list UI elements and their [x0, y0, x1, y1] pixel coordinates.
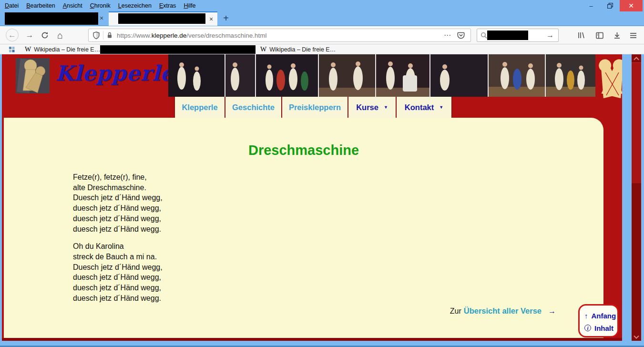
page-actions-icon[interactable]: ⋯: [444, 31, 451, 40]
close-button[interactable]: ✕: [620, 0, 643, 11]
quick-nav-box: ↑ Anfang i Inhalt: [578, 304, 619, 337]
nav-label: Klepperle: [182, 103, 217, 112]
nav-item-kontakt[interactable]: Kontakt▼: [397, 97, 452, 118]
url-path: /verse/dreschmaschine.html: [186, 32, 266, 39]
site-nav: Klepperle Geschichte Preiskleppern Kurse…: [174, 97, 452, 118]
scroll-up-icon[interactable]: [632, 54, 641, 62]
menu-hilfe[interactable]: Hilfe: [180, 0, 199, 11]
page-viewport: Klepperle: [2, 54, 622, 341]
anfang-label: Anfang: [592, 312, 616, 320]
bookmark-grid-icon: [9, 46, 15, 53]
urlbar-divider: [103, 31, 103, 40]
bookmark-label: Wikipedia – Die freie E…: [269, 46, 336, 53]
redacted-tab-title-1: [5, 12, 98, 25]
forward-button[interactable]: →: [23, 29, 36, 41]
nav-item-preiskleppern[interactable]: Preiskleppern: [282, 97, 348, 118]
menu-hamburger-icon[interactable]: [626, 29, 640, 41]
home-button[interactable]: ⌂: [53, 29, 67, 41]
verse-2: Oh du Karolina streck de Bauch a mi na. …: [73, 241, 603, 303]
arrow-up-icon: ↑: [584, 312, 588, 320]
menu-bar: Datei Bearbeiten Ansicht Chronik Lesezei…: [1, 0, 199, 11]
wikipedia-favicon: W: [260, 46, 266, 53]
minimize-button[interactable]: –: [582, 0, 601, 11]
downloads-icon[interactable]: [610, 29, 624, 41]
menu-chronik[interactable]: Chronik: [86, 0, 114, 11]
library-icon[interactable]: [575, 29, 588, 41]
info-icon: i: [584, 325, 591, 331]
verse-overview-row: Zur Übersicht aller Verse →: [450, 306, 556, 316]
menu-datei[interactable]: Datei: [1, 0, 22, 11]
bookmark-wikipedia-2[interactable]: W Wikipedia – Die freie E…: [260, 45, 336, 53]
back-button[interactable]: ←: [6, 29, 19, 41]
verse-overview-link[interactable]: Übersicht aller Verse: [464, 306, 542, 316]
carnival-photo-strip: [168, 54, 595, 97]
window-controls: – ✕: [582, 0, 643, 11]
anfang-link[interactable]: ↑ Anfang: [584, 309, 617, 322]
arrow-right-icon[interactable]: →: [548, 307, 556, 316]
menu-lesezeichen[interactable]: Lesezeichen: [114, 0, 155, 11]
sidebar-toggle-icon[interactable]: [593, 29, 606, 41]
nav-label: Preiskleppern: [289, 103, 341, 112]
nav-item-klepperle[interactable]: Klepperle: [175, 97, 225, 118]
inhalt-label: Inhalt: [594, 324, 613, 332]
inhalt-link[interactable]: i Inhalt: [584, 322, 617, 334]
window-bottom-border: [0, 341, 644, 347]
search-icon: [480, 32, 488, 39]
klepperle-logo-photo: [16, 58, 50, 93]
menu-bearbeiten[interactable]: Bearbeiten: [22, 0, 59, 11]
page-scrollbar[interactable]: [632, 54, 641, 341]
redacted-bookmark: [100, 45, 256, 54]
restore-icon: [607, 3, 613, 9]
nav-label: Kontakt: [405, 103, 434, 112]
restore-button[interactable]: [601, 0, 620, 11]
nav-item-kurse[interactable]: Kurse▼: [348, 97, 397, 118]
crossed-klepperle-icon: [594, 56, 622, 98]
tab-close-icon[interactable]: ×: [98, 15, 105, 22]
nav-item-geschichte[interactable]: Geschichte: [225, 97, 282, 118]
reload-icon: [41, 31, 49, 39]
navigation-toolbar: ← → ⌂ https://www.klepperle.de/verse/dre…: [0, 26, 644, 44]
nav-label: Geschichte: [232, 103, 275, 112]
bookmark-wikipedia-1[interactable]: W Wikipedia – Die freie E…: [25, 45, 100, 53]
url-text: https://www.klepperle.de/verse/dreschmas…: [117, 32, 266, 39]
site-header: Klepperle: [2, 54, 622, 118]
menu-extras[interactable]: Extras: [155, 0, 180, 11]
wikipedia-favicon: W: [25, 46, 31, 53]
url-host: klepperle.de: [152, 32, 187, 39]
new-tab-button[interactable]: +: [220, 12, 232, 25]
redacted-tab-title-2: [118, 13, 205, 24]
reload-button[interactable]: [38, 29, 51, 41]
site-brand-title: Klepperle: [55, 61, 174, 85]
bookmark-label: Wikipedia – Die freie E…: [34, 46, 100, 53]
content-area: Dreschmaschine Fetze(r), fetze(r), fine,…: [4, 118, 603, 338]
chevron-down-icon: ▼: [384, 105, 388, 110]
page-title: Dreschmaschine: [4, 118, 603, 158]
verse-1: Fetze(r), fetze(r), fine, alte Dreschmas…: [73, 172, 603, 234]
pocket-icon[interactable]: [457, 32, 465, 39]
scroll-down-icon[interactable]: [632, 333, 641, 341]
scrollbar-thumb[interactable]: [632, 62, 641, 184]
redacted-search-query: [487, 31, 528, 40]
url-bar[interactable]: https://www.klepperle.de/verse/dreschmas…: [88, 29, 471, 42]
bookmarks-bar: W Wikipedia – Die freie E… W Wikipedia –…: [0, 44, 644, 54]
nav-label: Kurse: [356, 103, 378, 112]
menu-ansicht[interactable]: Ansicht: [59, 0, 86, 11]
url-scheme: https://www.: [117, 32, 152, 39]
chevron-down-icon: ▼: [439, 105, 443, 110]
link-prefix: Zur: [450, 307, 461, 316]
tracking-shield-icon[interactable]: [92, 31, 100, 40]
tab-close-icon[interactable]: ×: [207, 16, 215, 23]
lock-icon[interactable]: [106, 31, 113, 39]
bookmark-folder[interactable]: [9, 45, 15, 53]
window-titlebar: Datei Bearbeiten Ansicht Chronik Lesezei…: [0, 0, 644, 11]
